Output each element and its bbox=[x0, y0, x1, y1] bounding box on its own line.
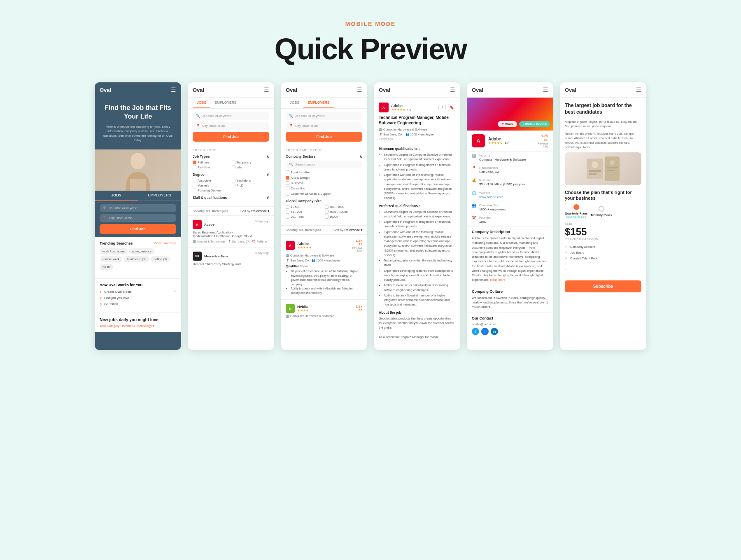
s6-dash-icon-5: – bbox=[565, 267, 566, 271]
s5-menu-icon[interactable]: ☰ bbox=[543, 86, 548, 93]
s5-write-review-button[interactable]: + Write a Review bbox=[519, 121, 550, 127]
s3-sector-administrative[interactable]: Administrative bbox=[286, 170, 362, 174]
s3-sort-control[interactable]: Sort by Relevance ▾ bbox=[333, 228, 362, 232]
s2-job2-company: Mercedes-Benz bbox=[204, 254, 228, 258]
s2-search-input[interactable]: 🔍 Job tittle or keyword bbox=[193, 112, 269, 120]
s3-size-5001-10000[interactable]: 5001 - 10000 bbox=[325, 210, 363, 214]
tag-work-from-home[interactable]: work from home bbox=[100, 248, 128, 254]
s5-website-value[interactable]: www.adobe.com bbox=[479, 195, 503, 199]
s1-view-more-link[interactable]: View more tags bbox=[154, 241, 176, 245]
s2-find-job-button[interactable]: Find Job bbox=[193, 132, 269, 142]
s2-checkbox-parttime-box[interactable] bbox=[193, 166, 196, 169]
s4-menu-icon[interactable]: ☰ bbox=[450, 86, 455, 93]
svg-point-4 bbox=[592, 161, 598, 168]
s3-search-input[interactable]: 🔍 Job tittle or keyword bbox=[286, 112, 362, 120]
s3-qual-1: 10 years of experience in one of the fol… bbox=[291, 269, 362, 287]
s3-employer-card-2[interactable]: N Nvidia ★★★★ 1.2k 65 🏢 Computer Hardwar… bbox=[281, 299, 367, 322]
s4-pref-qual-1: Bachelor's degree in Computer Science or… bbox=[384, 210, 455, 219]
s2-location-input[interactable]: 📍 City, state or zip bbox=[193, 122, 269, 130]
s3-qual-2: Ability to speak and write in English an… bbox=[291, 287, 362, 295]
s1-category-label: Jobs Category : bbox=[100, 324, 122, 328]
s6-monthly-plan-option[interactable]: Monthly Plans bbox=[591, 206, 612, 217]
s3-find-job-button[interactable]: Find Job bbox=[286, 132, 362, 142]
s6-quarterly-plan-option[interactable]: Quarterly Plans Save up to 13% bbox=[565, 204, 587, 218]
s3-size-1-50[interactable]: 1 - 50 bbox=[286, 205, 324, 209]
s3-tab-employers[interactable]: EMPLOYERS bbox=[303, 98, 333, 108]
s1-search-input[interactable]: 🔍 Job tittle or keyword bbox=[100, 204, 176, 212]
s4-share-button[interactable]: ↗ bbox=[438, 104, 446, 111]
s5-read-more-link[interactable]: Read more bbox=[490, 278, 506, 282]
s2-job-types-checkboxes: Full-time Temporary Part-time Intern bbox=[193, 161, 269, 169]
s3-size-501-1000[interactable]: 501 - 1000 bbox=[325, 205, 363, 209]
tag-healthcare-job[interactable]: healthcare job bbox=[124, 256, 149, 262]
s5-share-button[interactable]: ↗ Share bbox=[498, 121, 517, 127]
tag-online-job[interactable]: online job bbox=[151, 256, 170, 262]
s2-results-text: Showing: 599 filtered jobs bbox=[193, 209, 228, 213]
s2-job-card-2[interactable]: MB Mercedes-Benz 3 days ago Head of Thir… bbox=[188, 247, 274, 272]
s2-sort-control[interactable]: Sort by Relevance ▾ bbox=[240, 209, 269, 213]
s3-sector-consulting[interactable]: Consulting bbox=[286, 187, 362, 190]
s3-employer-card-1[interactable]: A Adobe ★★★★★ 1.2k 65 Reviews Jobs 🏢 Com… bbox=[281, 234, 367, 299]
s5-size-row: 👥 Company Size 1000 + employees bbox=[467, 201, 553, 214]
s1-find-job-button[interactable]: Find Job bbox=[100, 224, 176, 234]
s6-menu-icon[interactable]: ☰ bbox=[636, 86, 641, 93]
s6-quarterly-radio[interactable] bbox=[573, 204, 579, 210]
s2-checkbox-temporary[interactable]: Temporary bbox=[232, 161, 270, 164]
s3-tab-jobs[interactable]: JOBS bbox=[286, 98, 303, 108]
s4-job-title: Technical Program Manager, Mobile Softwa… bbox=[379, 115, 455, 126]
s1-trending-header: Trending Searches View more tags bbox=[100, 241, 176, 245]
s2-checkbox-phd[interactable]: Ph.D. bbox=[232, 184, 270, 187]
s2-sort-value[interactable]: Relevance ▾ bbox=[252, 209, 269, 213]
s4-navbar: Oval ☰ bbox=[374, 82, 460, 98]
s3-size-group: Global Company Size 1 - 50 501 - 1000 51… bbox=[286, 199, 362, 219]
s2-tab-jobs[interactable]: JOBS bbox=[193, 98, 210, 108]
s5-size-icon: 👥 bbox=[472, 203, 477, 208]
s5-linkedin-icon[interactable]: in bbox=[491, 328, 498, 335]
s1-location-input[interactable]: 📍 City, state or zip bbox=[100, 214, 176, 222]
s3-size-10000plus[interactable]: 10000+ bbox=[325, 215, 363, 219]
s5-industry-value: Computer Hardware & Software bbox=[479, 157, 526, 162]
s3-size-51-200[interactable]: 51 - 200 bbox=[286, 210, 324, 214]
s3-size-201-500[interactable]: 201 - 500 bbox=[286, 215, 324, 219]
s3-sector-search[interactable]: 🔍 Search sector bbox=[286, 161, 362, 168]
s2-checkbox-intern-box[interactable] bbox=[232, 166, 235, 169]
s3-sort-value[interactable]: Relevance ▾ bbox=[345, 228, 362, 232]
s5-twitter-icon[interactable]: t bbox=[472, 328, 479, 335]
s5-facebook-icon[interactable]: f bbox=[481, 328, 489, 335]
s3-location-input[interactable]: 📍 City, state or zip bbox=[286, 122, 362, 130]
s1-tab-jobs[interactable]: JOBS bbox=[95, 191, 138, 201]
s5-culture-text: We started out in Sweden in 2010, sellin… bbox=[472, 296, 548, 310]
s2-tab-employers[interactable]: EMPLOYERS bbox=[210, 98, 240, 108]
s6-features-list: ✓ Company Account ✓ Job Board ✓ Curated … bbox=[565, 245, 641, 276]
svg-rect-6 bbox=[589, 173, 597, 175]
s2-checkbox-bachelors[interactable]: Bachelor's bbox=[232, 179, 270, 182]
s2-checkbox-associate[interactable]: Associate bbox=[193, 179, 231, 182]
s2-checkbox-parttime[interactable]: Part-time bbox=[193, 166, 231, 169]
tag-remote-work[interactable]: remote work bbox=[100, 256, 122, 262]
page-header: MOBILE MODE Quick Preview bbox=[0, 0, 741, 82]
s2-menu-icon[interactable]: ☰ bbox=[264, 86, 269, 93]
s3-sector-arts[interactable]: Arts & Design bbox=[286, 176, 362, 180]
s2-checkbox-intern[interactable]: Intern bbox=[232, 166, 270, 169]
s2-checkbox-pursuing[interactable]: Pursuing Degree bbox=[193, 189, 269, 192]
s1-hero-desc: Millions of people are searching for job… bbox=[100, 124, 175, 143]
s2-checkbox-temporary-box[interactable] bbox=[232, 161, 235, 164]
s2-checkbox-masters[interactable]: Master's bbox=[193, 184, 231, 187]
s2-job-card-1[interactable]: A Adobe 3 days ago Sales Engineer, Appli… bbox=[188, 215, 274, 247]
s1-category-value[interactable]: Internet & Technology ▾ bbox=[122, 324, 155, 328]
s3-sector-business[interactable]: Business bbox=[286, 181, 362, 185]
s3-menu-icon[interactable]: ☰ bbox=[357, 86, 362, 93]
s6-subscribe-button[interactable]: Subscribe bbox=[565, 280, 641, 292]
s1-menu-icon: ☰ bbox=[171, 86, 176, 93]
tag-no-experience[interactable]: no experience bbox=[129, 248, 154, 254]
s6-monthly-radio[interactable] bbox=[599, 206, 604, 212]
s3-nvidia-jobs: 65 bbox=[356, 308, 362, 312]
s2-checkbox-fulltime-box[interactable] bbox=[193, 161, 196, 164]
s1-tab-employers[interactable]: EMPLOYERS bbox=[138, 191, 181, 201]
s3-sector-customer-services[interactable]: Customer Services & Support bbox=[286, 192, 362, 196]
s2-checkbox-fulltime[interactable]: Full-time bbox=[193, 161, 231, 164]
s4-location: 📍 San Jose, CA bbox=[379, 133, 402, 136]
s4-bookmark-button[interactable]: 🔖 bbox=[448, 104, 455, 111]
s5-size-value: 1000 + employees bbox=[479, 207, 506, 212]
tag-no-life[interactable]: no life bbox=[100, 264, 114, 270]
